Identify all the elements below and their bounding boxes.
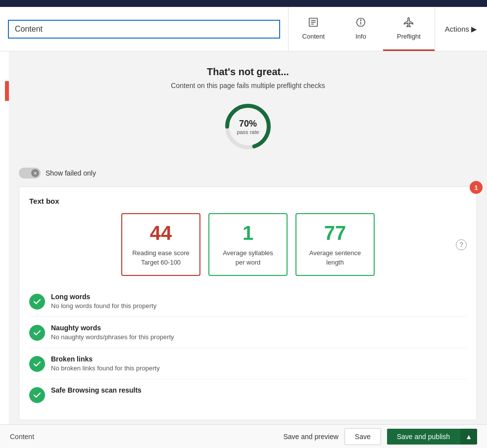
check-long-words: Long words No long words found for this … [29,286,467,317]
publish-button[interactable]: Save and publish [387,429,460,445]
toggle-x-icon: ✕ [31,169,39,177]
metric-reading-ease-desc: Reading ease scoreTarget 60-100 [132,249,190,266]
preflight-subtitle: Content on this page fails multiple pref… [19,82,477,90]
tab-content-label: Content [302,33,325,40]
toggle-row: ✕ Show failed only [19,168,477,179]
check-long-words-icon [29,294,45,310]
tabs: Content Info Preflight Actions ▶ [289,7,487,51]
actions-label: Actions [445,25,469,33]
actions-arrow-icon: ▶ [471,25,477,34]
help-icon[interactable]: ? [456,239,467,250]
check-safe-browsing-icon [29,387,45,403]
publish-wrapper: Save and publish ▲ [387,429,477,445]
sidebar-accent [5,81,9,101]
section-title: Text box [29,197,59,205]
bottom-bar: Content Save and preview Save Save and p… [0,424,487,448]
actions-tab[interactable]: Actions ▶ [435,7,487,51]
publish-dropdown-button[interactable]: ▲ [460,429,477,445]
metric-syllables-desc: Average syllablesper word [223,249,273,266]
check-long-words-desc: No long words found for this property [51,302,156,310]
publish-arrow-icon: ▲ [465,433,472,441]
check-long-words-content: Long words No long words found for this … [51,293,156,310]
check-items: Long words No long words found for this … [29,286,467,410]
tab-info-label: Info [355,33,366,40]
check-broken-links-desc: No broken links found for this property [51,364,160,372]
save-button[interactable]: Save [344,428,381,445]
donut-chart: 70% pass rate [221,99,275,154]
donut-percent: 70% [237,119,259,129]
donut-label: pass rate [237,129,259,135]
save-preview-button[interactable]: Save and preview [284,433,339,441]
header: Content Info Preflight Actions ▶ [0,7,487,51]
donut-chart-wrapper: 70% pass rate [19,99,477,154]
left-sidebar [0,51,9,448]
donut-text: 70% pass rate [237,119,259,135]
info-icon [355,17,366,31]
preflight-header: That's not great... Content on this page… [19,66,477,90]
main-content: That's not great... Content on this page… [9,51,487,448]
check-naughty-words-title: Naughty words [51,324,174,332]
bottom-actions: Save and preview Save Save and publish ▲ [284,428,478,445]
content-icon [308,17,319,31]
tab-preflight-label: Preflight [397,33,421,40]
section-header: Text box [29,197,467,205]
metric-reading-ease-value: 44 [132,222,190,244]
metric-syllables-value: 1 [219,222,277,244]
bottom-content-label: Content [10,433,34,441]
metric-sentence-length-desc: Average sentencelength [309,249,361,266]
metric-reading-ease: 44 Reading ease scoreTarget 60-100 [121,213,200,276]
svg-point-6 [360,20,361,20]
tab-info[interactable]: Info [339,7,383,51]
check-broken-links-content: Broken links No broken links found for t… [51,355,160,372]
preflight-title: That's not great... [19,66,477,78]
check-safe-browsing: Safe Browsing scan results [29,379,467,410]
title-input[interactable] [8,20,280,39]
check-broken-links-icon [29,356,45,372]
check-broken-links: Broken links No broken links found for t… [29,348,467,379]
metric-syllables: 1 Average syllablesper word [208,213,288,276]
check-naughty-words-icon [29,325,45,341]
check-naughty-words-content: Naughty words No naughty words/phrases f… [51,324,174,341]
show-failed-toggle[interactable]: ✕ [19,168,41,179]
tab-preflight[interactable]: Preflight [383,7,435,51]
section-badge: 1 [470,181,483,194]
title-input-wrapper [0,7,289,51]
check-naughty-words-desc: No naughty words/phrases for this proper… [51,333,174,341]
metric-sentence-length: 77 Average sentencelength [295,213,375,276]
top-nav-bar [0,0,487,7]
check-broken-links-title: Broken links [51,355,160,363]
tab-content[interactable]: Content [289,7,339,51]
check-safe-browsing-title: Safe Browsing scan results [51,386,142,394]
preflight-icon [403,17,414,31]
check-long-words-title: Long words [51,293,156,301]
metrics-row: 44 Reading ease scoreTarget 60-100 1 Ave… [29,213,467,276]
check-safe-browsing-content: Safe Browsing scan results [51,386,142,396]
check-naughty-words: Naughty words No naughty words/phrases f… [29,317,467,348]
metric-sentence-length-value: 77 [306,222,364,244]
toggle-label: Show failed only [46,169,96,177]
section-card: 1 Text box 44 Reading ease scoreTarget 6… [19,186,477,420]
layout: That's not great... Content on this page… [0,51,487,448]
